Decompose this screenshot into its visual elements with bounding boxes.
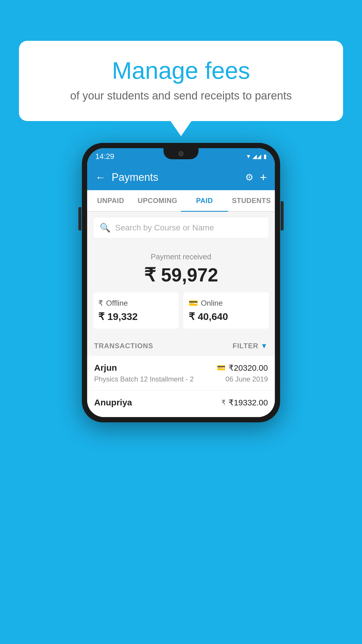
offline-card-header: ₹ Offline	[98, 299, 173, 308]
add-icon[interactable]: +	[260, 171, 267, 184]
transaction-amount-arjun: ₹20320.00	[229, 363, 268, 373]
tab-students[interactable]: STUDENTS	[228, 190, 275, 211]
transaction-amount-anupriya: ₹19332.00	[229, 398, 268, 407]
transaction-item-arjun[interactable]: Arjun 💳 ₹20320.00 Physics Batch 12 Insta…	[87, 356, 275, 391]
notch	[164, 148, 198, 159]
filter-label: FILTER	[233, 342, 258, 350]
header-icons: ⚙ +	[245, 171, 267, 184]
phone-outer: 14:29 ▾ ◢◢ ▮ ← Payments ⚙ +	[82, 143, 280, 422]
back-button[interactable]: ←	[95, 171, 106, 183]
phone-mockup: 14:29 ▾ ◢◢ ▮ ← Payments ⚙ +	[82, 143, 280, 422]
header-title: Payments	[112, 171, 245, 183]
payment-cards: ₹ Offline ₹ 19,332 💳 Online ₹ 40,640	[93, 292, 269, 329]
speech-bubble: Manage fees of your students and send re…	[19, 41, 343, 121]
filter-button[interactable]: FILTER ▼	[233, 342, 268, 350]
search-bar[interactable]: 🔍 Search by Course or Name	[93, 217, 269, 238]
camera	[178, 151, 184, 156]
transactions-label: TRANSACTIONS	[94, 342, 153, 350]
filter-icon: ▼	[261, 342, 268, 350]
app-header: ← Payments ⚙ +	[87, 164, 275, 190]
signal-icon: ◢◢	[252, 153, 261, 160]
transaction-name-anupriya: Anupriya	[94, 398, 132, 407]
status-time: 14:29	[95, 152, 114, 161]
transaction-date-arjun: 06 June 2019	[226, 375, 268, 383]
tab-paid[interactable]: PAID	[181, 190, 228, 211]
transaction-course-arjun: Physics Batch 12 Installment - 2	[94, 375, 194, 383]
status-icons: ▾ ◢◢ ▮	[247, 153, 267, 160]
online-amount: ₹ 40,640	[189, 311, 264, 322]
transaction-amount-wrap-arjun: 💳 ₹20320.00	[217, 363, 268, 373]
cash-icon: ₹	[98, 299, 103, 308]
tab-upcoming[interactable]: UPCOMING	[134, 190, 181, 211]
transaction-row2-arjun: Physics Batch 12 Installment - 2 06 June…	[94, 375, 268, 383]
transaction-item-anupriya[interactable]: Anupriya ₹ ₹19332.00	[87, 391, 275, 417]
payment-received-label: Payment received	[93, 252, 269, 261]
speech-bubble-container: Manage fees of your students and send re…	[19, 41, 343, 121]
transaction-row1-anupriya: Anupriya ₹ ₹19332.00	[94, 398, 268, 407]
status-bar: 14:29 ▾ ◢◢ ▮	[87, 148, 275, 164]
offline-amount: ₹ 19,332	[98, 311, 173, 322]
online-card: 💳 Online ₹ 40,640	[183, 292, 269, 329]
offline-label: Offline	[106, 299, 128, 308]
transaction-row1: Arjun 💳 ₹20320.00	[94, 363, 268, 373]
transaction-name-arjun: Arjun	[94, 363, 117, 373]
bubble-subtitle: of your students and send receipts to pa…	[36, 90, 326, 102]
card-icon: 💳	[189, 299, 198, 308]
phone-screen: 14:29 ▾ ◢◢ ▮ ← Payments ⚙ +	[87, 148, 275, 417]
search-container: 🔍 Search by Course or Name	[87, 212, 275, 244]
online-label: Online	[201, 299, 223, 308]
transactions-header: TRANSACTIONS FILTER ▼	[87, 336, 275, 356]
settings-icon[interactable]: ⚙	[245, 172, 254, 183]
battery-icon: ▮	[263, 153, 267, 160]
offline-card: ₹ Offline ₹ 19,332	[93, 292, 179, 329]
online-card-header: 💳 Online	[189, 299, 264, 308]
bubble-title: Manage fees	[36, 57, 326, 84]
payment-summary: Payment received ₹ 59,972 ₹ Offline ₹ 19…	[87, 244, 275, 336]
tabs: UNPAID UPCOMING PAID STUDENTS	[87, 190, 275, 212]
tab-unpaid[interactable]: UNPAID	[87, 190, 134, 211]
card-payment-icon: 💳	[217, 364, 226, 372]
search-icon: 🔍	[100, 223, 110, 233]
transaction-amount-wrap-anupriya: ₹ ₹19332.00	[222, 398, 268, 407]
wifi-icon: ▾	[247, 153, 250, 160]
cash-payment-icon: ₹	[222, 399, 226, 406]
search-input[interactable]: Search by Course or Name	[115, 223, 214, 232]
payment-total: ₹ 59,972	[93, 264, 269, 286]
